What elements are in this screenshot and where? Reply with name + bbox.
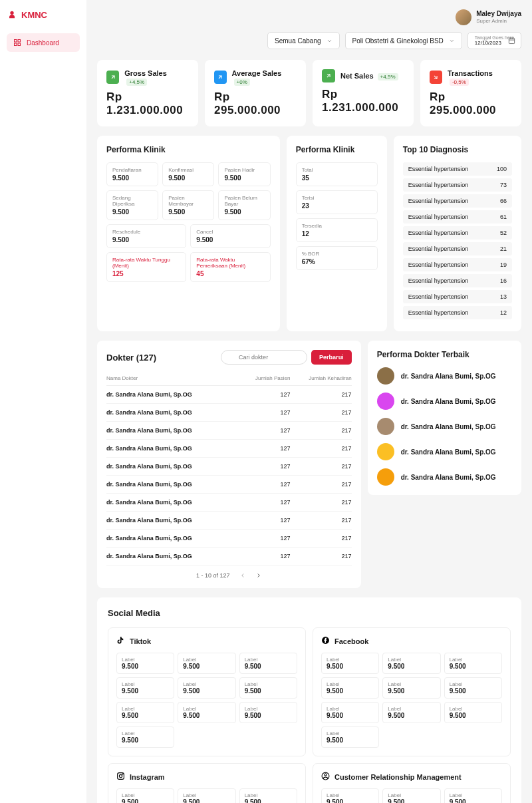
dokter-name: dr. Sandra Alana Bumi, Sp.OG — [106, 445, 229, 452]
prev-page-icon[interactable] — [239, 572, 246, 579]
diagnosis-item: Essential hypertension12 — [403, 306, 512, 319]
metric-label: Label — [450, 657, 497, 663]
diagnosis-item: Essential hypertension73 — [403, 178, 512, 192]
diagnosis-count: 73 — [500, 182, 507, 188]
stat-label: Sedang Diperiksa — [112, 195, 152, 207]
metric-value: 9.500 — [183, 712, 230, 719]
metric-label: Label — [183, 706, 230, 712]
diagnosis-count: 100 — [497, 166, 507, 172]
stat-label: Pendaftaran — [112, 167, 152, 173]
next-page-icon[interactable] — [255, 572, 262, 579]
user-avatar — [456, 9, 471, 25]
metric-value: 9.500 — [183, 798, 230, 803]
metric-value: 9.500 — [450, 663, 497, 670]
stat-value: 67% — [302, 258, 372, 265]
top-dokter-item: dr. Sandra Alana Bumi, Sp.OG — [377, 367, 512, 385]
dokter-table-row[interactable]: dr. Sandra Alana Bumi, Sp.OG127217 — [106, 404, 352, 422]
dokter-pasien: 127 — [229, 481, 290, 488]
social-metric: Label9.500 — [321, 653, 379, 674]
user-menu[interactable]: Maley Dwijaya Super Admin — [456, 9, 521, 25]
tiktok-icon — [116, 636, 125, 646]
stat-box: Reschedule9.500 — [106, 224, 186, 248]
diagnosis-item: Essential hypertension100 — [403, 162, 512, 176]
metric-label: Label — [122, 792, 169, 798]
stat-label: Pasien Hadir — [224, 167, 264, 173]
stat-box: Total35 — [296, 162, 378, 186]
metric-label: Label — [122, 706, 169, 712]
metric-value: 9.500 — [327, 712, 374, 719]
dokter-avatar — [377, 468, 394, 486]
dokter-pasien: 127 — [229, 535, 290, 542]
dokter-table-row[interactable]: dr. Sandra Alana Bumi, Sp.OG127217 — [106, 440, 352, 458]
dokter-name: dr. Sandra Alana Bumi, Sp.OG — [106, 553, 229, 560]
metric-value: 9.500 — [450, 712, 497, 719]
diagnosis-name: Essential hypertension — [408, 277, 469, 284]
social-channel-head: Customer Relationship Management — [321, 772, 502, 782]
metric-value: 9.500 — [245, 663, 292, 670]
dokter-table-row[interactable]: dr. Sandra Alana Bumi, Sp.OG127217 — [106, 476, 352, 494]
metric-value: 9.500 — [327, 798, 374, 803]
user-info: Maley Dwijaya Super Admin — [476, 10, 521, 25]
dokter-hadir: 217 — [290, 481, 351, 488]
svg-rect-5 — [509, 38, 514, 43]
diagnosis-item: Essential hypertension16 — [403, 274, 512, 287]
social-channel-box: Facebook Label9.500Label9.500Label9.500L… — [313, 627, 511, 756]
stat-label: Tersedia — [302, 223, 372, 229]
social-channel-head: Instagram — [116, 772, 297, 782]
th-name: Nama Dokter — [106, 375, 229, 381]
metric-label: Label — [388, 657, 435, 663]
date-picker[interactable]: Tanggal Goes here 12/10/2023 — [467, 32, 521, 49]
card-title: Performa Dokter Terbaik — [377, 350, 512, 359]
kpi-value: Rp 1.231.000.000 — [322, 88, 404, 114]
kpi-card: Gross Sales +4,5% Rp 1.231.000.000 — [97, 60, 198, 126]
nav-dashboard[interactable]: Dashboard — [7, 33, 80, 52]
metric-value: 9.500 — [388, 798, 435, 803]
stat-label: Konfirmasi — [168, 167, 208, 173]
social-metric: Label9.500 — [178, 702, 235, 723]
dokter-table-row[interactable]: dr. Sandra Alana Bumi, Sp.OG127217 — [106, 494, 352, 512]
card-title: Top 10 Diagnosis — [403, 145, 512, 154]
diagnosis-name: Essential hypertension — [408, 230, 469, 236]
metric-label: Label — [245, 657, 292, 663]
stat-label: Rata-rata Waktu Tunggu (Menit) — [112, 257, 180, 269]
kpi-card: Net Sales +4,5% Rp 1.231.000.000 — [313, 60, 414, 126]
refresh-button[interactable]: Perbarui — [311, 350, 352, 365]
diagnosis-item: Essential hypertension21 — [403, 242, 512, 255]
dokter-table-row[interactable]: dr. Sandra Alana Bumi, Sp.OG127217 — [106, 458, 352, 476]
stat-label: % BOR — [302, 251, 372, 257]
dokter-pasien: 127 — [229, 517, 290, 524]
dokter-name: dr. Sandra Alana Bumi, Sp.OG — [401, 373, 496, 380]
dokter-table-row[interactable]: dr. Sandra Alana Bumi, Sp.OG127217 — [106, 386, 352, 404]
social-metric: Label9.500 — [444, 788, 502, 803]
social-channel-box: Tiktok Label9.500Label9.500Label9.500Lab… — [108, 627, 306, 756]
user-name: Maley Dwijaya — [476, 10, 521, 18]
facebook-icon — [321, 636, 330, 646]
social-metric: Label9.500 — [116, 677, 174, 699]
diagnosis-name: Essential hypertension — [408, 166, 469, 172]
stat-value: 12 — [302, 230, 372, 238]
stat-box: Konfirmasi9.500 — [162, 162, 214, 186]
stat-box: Pendaftaran9.500 — [106, 162, 158, 186]
dokter-table-row[interactable]: dr. Sandra Alana Bumi, Sp.OG127217 — [106, 512, 352, 530]
dokter-table-row[interactable]: dr. Sandra Alana Bumi, Sp.OG127217 — [106, 422, 352, 440]
search-dokter-input[interactable] — [221, 350, 307, 365]
social-metric: Label9.500 — [444, 677, 502, 699]
dokter-name: dr. Sandra Alana Bumi, Sp.OG — [106, 517, 229, 524]
dokter-hadir: 217 — [290, 553, 351, 560]
stat-value: 9.500 — [224, 208, 264, 216]
dokter-table-row[interactable]: dr. Sandra Alana Bumi, Sp.OG127217 — [106, 548, 352, 565]
metric-label: Label — [122, 657, 169, 663]
dokter-avatar — [377, 418, 394, 435]
svg-point-17 — [119, 774, 122, 777]
social-metric: Label9.500 — [444, 702, 502, 723]
dokter-table-row[interactable]: dr. Sandra Alana Bumi, Sp.OG127217 — [106, 530, 352, 548]
clinic-select[interactable]: Poli Obstetri & Ginekologi BSD — [345, 32, 462, 49]
stat-box: Terisi23 — [296, 190, 378, 214]
dokter-pasien: 127 — [229, 499, 290, 506]
metric-label: Label — [450, 706, 497, 712]
branch-select[interactable]: Semua Cabang — [267, 32, 340, 49]
social-metric: Label9.500 — [116, 702, 174, 723]
social-metric: Label9.500 — [178, 653, 235, 674]
stat-label: Pasien Belum Bayar — [224, 195, 264, 207]
th-pasien: Jumlah Pasien — [229, 375, 290, 381]
